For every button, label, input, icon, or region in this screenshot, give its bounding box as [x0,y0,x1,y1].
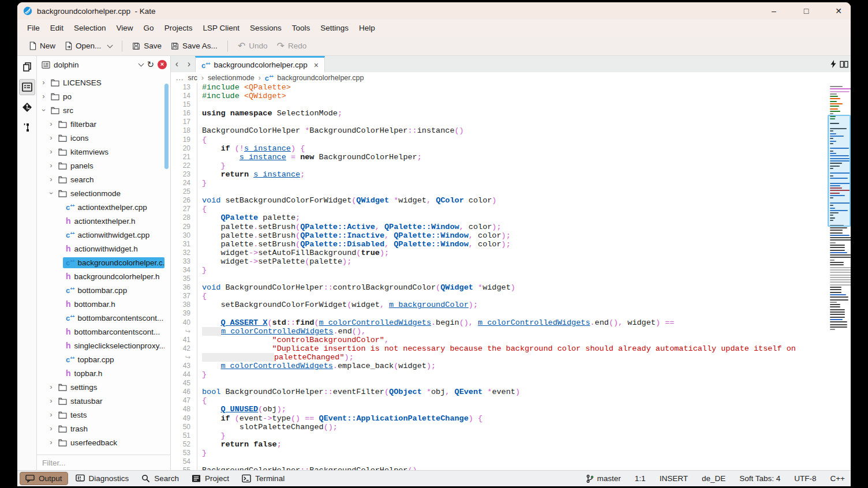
tree-item-topbar-cpp[interactable]: c++topbar.cpp [63,354,117,365]
toolview-projects-button[interactable] [19,79,35,95]
tree-filter-input[interactable] [37,455,170,470]
statusbar-insert[interactable]: INSERT [660,474,688,483]
tree-row[interactable]: ›tests [37,408,170,422]
breadcrumb-file[interactable]: backgroundcolorhelper.cpp [277,74,364,82]
tree-item-selectionmode[interactable]: selectionmode [55,188,124,199]
tree-row[interactable]: ›po [37,89,170,103]
tree-row[interactable]: ›panels [37,159,170,172]
tree-row[interactable]: c++actionwithwidget.cpp [37,228,170,242]
tree-item-actiontexthelper-h[interactable]: hactiontexthelper.h [63,216,138,227]
statusbar-search-button[interactable]: Search [136,472,184,485]
code-line[interactable]: 41 "controlBackgroundColor", [171,336,828,344]
tree-expander-icon[interactable]: › [48,134,54,142]
code-line[interactable]: ↪m_colorControlledWidgets.end(), [171,327,828,336]
tree-row[interactable]: ›selectionmode [37,186,170,200]
menu-tools[interactable]: Tools [287,21,316,35]
toolbar-redo-button[interactable]: ↷Redo [272,39,312,52]
tree-row[interactable]: ›search [37,172,170,186]
tree-item-filterbar[interactable]: filterbar [55,119,99,130]
tree-row[interactable]: c++bottombarcontentscont... [37,311,170,325]
tree-row[interactable]: ›kitemviews [37,145,170,159]
tree-row[interactable]: hsingleclickselectionproxy... [37,339,170,352]
tree-item-src[interactable]: src [48,105,76,116]
code-line[interactable]: 33 widget->setPalette(palette); [171,257,828,266]
tree-item-icons[interactable]: icons [55,133,92,144]
menu-sessions[interactable]: Sessions [245,21,287,35]
tree-row[interactable]: ›statusbar [37,394,170,408]
tree-item-actionwithwidget-h[interactable]: hactionwithwidget.h [63,243,141,254]
tree-item-LICENSES[interactable]: LICENSES [48,77,104,88]
window-minimize-button[interactable]: – [769,6,779,16]
code-line[interactable]: 28 QPalette palette; [171,213,828,222]
menu-go[interactable]: Go [139,21,159,35]
code-line[interactable]: 55BackgroundColorHelper::BackgroundColor… [171,466,828,470]
code-line[interactable]: 23 return s_instance; [171,170,828,179]
code-line[interactable]: 46bool BackgroundColorHelper::eventFilte… [171,388,828,396]
tree-row[interactable]: hbottombar.h [37,297,170,311]
tree-item-topbar-h[interactable]: htopbar.h [63,368,105,379]
code-line[interactable]: 27{ [171,205,828,213]
code-line[interactable]: 47{ [171,396,828,405]
tree-expander-icon[interactable]: › [40,78,47,87]
tree-row[interactable]: ›src [37,103,170,117]
code-line[interactable]: 43 m_colorControlledWidgets.emplace_back… [171,362,828,370]
nav-back-button[interactable]: ‹ [171,56,183,72]
code-line[interactable]: 36void BackgroundColorHelper::controlBac… [171,283,828,292]
toolbar-open-button[interactable]: Open... [60,39,117,52]
tree-row[interactable]: hactiontexthelper.h [37,214,170,228]
statusbar-diagnostics-button[interactable]: Diagnostics [70,472,134,485]
nav-forward-button[interactable]: › [183,56,195,72]
tree-item-statusbar[interactable]: statusbar [55,396,106,407]
code-line[interactable]: 21 s_instance = new BackgroundColorHelpe… [171,153,828,162]
tree-row[interactable]: hbottombarcontentscont... [37,325,170,339]
code-line[interactable]: 50 slotPaletteChanged(); [171,423,828,431]
tree-item-backgroundcolorhelper-h[interactable]: hbackgroundcolorhelper.h [63,271,162,282]
toolbar-save-button[interactable]: Save [128,39,166,52]
code-line[interactable]: 22 } [171,162,828,170]
code-line[interactable]: 16using namespace SelectionMode; [171,109,828,118]
tree-row[interactable]: ›settings [37,380,170,394]
tree-expander-icon[interactable]: › [48,397,54,405]
tree-row[interactable]: ›trash [37,422,170,436]
tree-expander-icon[interactable]: › [48,162,54,170]
tree-expander-icon[interactable]: › [48,425,54,433]
toolview-commits-button[interactable] [19,119,35,136]
statusbar-c-[interactable]: C++ [830,474,845,483]
code-line[interactable]: 18BackgroundColorHelper *BackgroundColor… [171,126,828,135]
tree-expander-icon[interactable]: › [48,438,54,446]
tree-item-trash[interactable]: trash [55,423,91,434]
code-line[interactable]: 19{ [171,136,828,144]
toolbar-undo-button[interactable]: ↶Undo [233,39,272,52]
tree-item-search[interactable]: search [55,174,97,185]
tab-close-icon[interactable]: × [314,61,319,70]
code-line[interactable]: 51 } [171,431,828,440]
tree-item-userfeedback[interactable]: userfeedback [55,437,120,448]
tree-row[interactable]: c++bottombar.cpp [37,283,170,297]
code-line[interactable]: 52 return false; [171,440,828,449]
code-line[interactable]: 48 Q_UNUSED(obj); [171,405,828,414]
code-line[interactable]: 17 [171,118,828,126]
tree-item-settings[interactable]: settings [55,382,100,393]
breadcrumb-src[interactable]: src [188,74,197,82]
tree-item-kitemviews[interactable]: kitemviews [55,147,111,157]
tree-item-tests[interactable]: tests [55,410,90,421]
code-line[interactable]: 42 "Duplicate insertion is not necessary… [171,344,828,353]
menu-projects[interactable]: Projects [159,21,198,35]
tree-item-bottombarcontentscont-[interactable]: hbottombarcontentscont... [63,326,163,337]
tree-item-bottombar-cpp[interactable]: c++bottombar.cpp [63,285,130,296]
toolbar-saveas-button[interactable]: Save As... [166,39,222,52]
split-view-icon[interactable] [840,61,848,68]
quick-actions-icon[interactable] [830,60,837,68]
code-line[interactable]: 39 [171,309,828,318]
statusbar-master[interactable]: master [586,474,621,483]
project-close-icon[interactable]: × [158,60,167,69]
tree-scrollbar-thumb[interactable] [164,84,169,169]
tree-row[interactable]: hbackgroundcolorhelper.h [37,269,170,283]
window-close-button[interactable]: ✕ [833,6,844,16]
code-line[interactable]: 38 setBackgroundColorForWidget(widget, m… [171,301,828,309]
tree-row[interactable]: ›userfeedback [37,436,170,449]
code-line[interactable]: ↪paletteChanged"); [171,353,828,362]
code-line[interactable]: 24} [171,179,828,187]
code-line[interactable]: 44} [171,370,828,379]
tree-item-singleclickselectionproxy-[interactable]: hsingleclickselectionproxy... [63,340,164,351]
